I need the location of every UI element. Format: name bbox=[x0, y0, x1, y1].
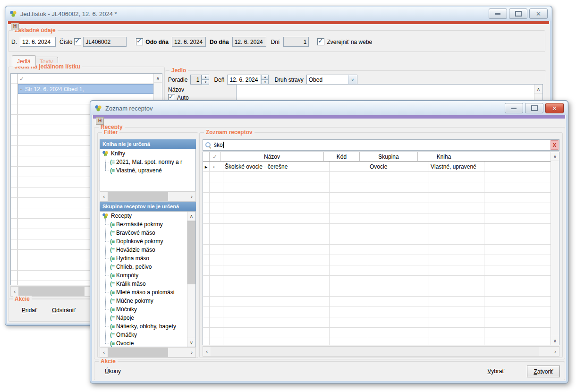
empty-row[interactable] bbox=[203, 255, 551, 265]
empty-row[interactable] bbox=[203, 338, 551, 345]
close-button[interactable]: ✕ bbox=[529, 9, 548, 19]
druh-stravy-combo[interactable]: Obed ∨ bbox=[306, 75, 357, 85]
cislo-input[interactable]: JL406002 bbox=[83, 37, 127, 47]
empty-row[interactable] bbox=[203, 193, 551, 203]
empty-row[interactable] bbox=[203, 213, 551, 224]
hscroll-thumb[interactable] bbox=[108, 192, 168, 201]
scroll-down-icon[interactable]: ∨ bbox=[551, 336, 559, 345]
empty-row[interactable] bbox=[203, 307, 551, 317]
poradie-spinner[interactable]: ▲▼ bbox=[202, 75, 209, 85]
empty-row[interactable] bbox=[203, 265, 551, 276]
scroll-up-icon[interactable]: ∧ bbox=[534, 85, 542, 94]
tree-item-skupina[interactable]: (≡ Nátierky, oblohy, bagety bbox=[100, 322, 195, 331]
skupiny-tree-vscrollbar[interactable]: ∧ ∨ bbox=[187, 212, 195, 347]
column-header-nazov[interactable]: Názov bbox=[220, 152, 324, 161]
chevron-down-icon[interactable]: ∨ bbox=[348, 75, 357, 84]
tree-item-skupina[interactable]: (≡ Ovocie bbox=[100, 339, 195, 347]
scroll-right-icon[interactable]: › bbox=[551, 347, 559, 356]
tree-item-skupina[interactable]: (≡ Hovädzie mäso bbox=[100, 246, 195, 254]
scroll-up-icon[interactable]: ∧ bbox=[154, 74, 162, 83]
column-header-skupina[interactable]: Skupina bbox=[360, 152, 418, 161]
empty-row[interactable] bbox=[203, 224, 551, 234]
cislo-checkbox[interactable] bbox=[74, 38, 81, 45]
odstranit-button[interactable]: Odstrániť bbox=[52, 307, 76, 314]
scroll-up-icon[interactable]: ∧ bbox=[551, 152, 559, 161]
skupina-filter-header[interactable]: Skupina receptov nie je určená bbox=[100, 202, 196, 211]
empty-row[interactable] bbox=[203, 234, 551, 245]
empty-row[interactable] bbox=[203, 297, 551, 307]
pridat-button[interactable]: Pridať bbox=[22, 307, 37, 314]
knihy-tree-root[interactable]: Knihy bbox=[100, 149, 195, 158]
tree-item-skupina[interactable]: (≡ Kompóty bbox=[100, 271, 195, 280]
empty-row[interactable] bbox=[203, 328, 551, 338]
hscroll-thumb[interactable] bbox=[108, 348, 168, 357]
tree-item-skupina[interactable]: (≡ Nápoje bbox=[100, 314, 195, 322]
tree-item-kniha[interactable]: (≡ Vlastné, upravené bbox=[100, 166, 195, 175]
recepty-table-vscrollbar[interactable]: ∧ ∨ bbox=[551, 152, 559, 345]
scroll-left-icon[interactable]: ‹ bbox=[100, 348, 108, 357]
skupiny-tree-hscrollbar[interactable]: ‹ › bbox=[100, 347, 196, 358]
tree-item-skupina[interactable]: (≡ Mleté mäso a polomäsi bbox=[100, 288, 195, 297]
clear-search-icon[interactable]: X bbox=[551, 140, 559, 150]
zoznam-titlebar[interactable]: Zoznam receptov ✕ bbox=[91, 101, 568, 115]
maximize-button[interactable] bbox=[509, 9, 527, 19]
maximize-button[interactable] bbox=[525, 103, 543, 113]
tree-item-kniha[interactable]: (≡ 2021, Mat. spot. normy a r bbox=[100, 158, 195, 166]
tree-item-skupina[interactable]: (≡ Doplnkové pokrmy bbox=[100, 237, 195, 246]
tree-item-skupina[interactable]: (≡ Omáčky bbox=[100, 331, 195, 339]
tree-item-skupina[interactable]: (≡ Múčniky bbox=[100, 305, 195, 314]
empty-row[interactable] bbox=[203, 276, 551, 286]
odo-dna-checkbox[interactable] bbox=[136, 38, 143, 45]
poradie-input[interactable]: 1 bbox=[190, 75, 202, 85]
hscroll-thumb[interactable] bbox=[18, 287, 85, 296]
tree-item-skupina[interactable]: (≡ Múčne pokrmy bbox=[100, 297, 195, 305]
tree-item-skupina[interactable]: (≡ Králik mäso bbox=[100, 280, 195, 288]
scroll-right-icon[interactable]: › bbox=[188, 192, 195, 201]
jedla-selected-row[interactable]: Str 12. 6. 2024 Obed 1, bbox=[11, 84, 154, 94]
recepty-table-hscrollbar[interactable]: ‹ › bbox=[203, 346, 559, 357]
scroll-right-icon[interactable]: › bbox=[188, 348, 195, 357]
search-box[interactable]: ško X bbox=[203, 139, 559, 151]
tree-item-skupina[interactable]: (≡ Hydina mäso bbox=[100, 254, 195, 263]
odo-dna-input[interactable]: 12. 6. 2024 bbox=[172, 37, 206, 47]
scroll-left-icon[interactable]: ‹ bbox=[11, 287, 18, 296]
tree-item-skupina[interactable]: (≡ Bravčové mäso bbox=[100, 229, 195, 237]
table-row[interactable]: Školské ovocie - čerešne Ovocie Vlastné,… bbox=[203, 162, 551, 172]
scroll-up-icon[interactable]: ∧ bbox=[187, 212, 195, 221]
empty-row[interactable] bbox=[203, 245, 551, 255]
jedlistok-titlebar[interactable]: Jed.lístok - JL406002, 12. 6. 2024 * ✕ bbox=[6, 7, 551, 21]
tab-jedla[interactable]: Jedlá bbox=[12, 55, 36, 67]
empty-row[interactable] bbox=[203, 286, 551, 297]
tree-item-skupina[interactable]: (≡ Chlieb, pečivo bbox=[100, 263, 195, 271]
hscroll-thumb[interactable] bbox=[211, 347, 539, 356]
zverejnit-checkbox[interactable] bbox=[317, 38, 324, 45]
scroll-down-icon[interactable]: ∨ bbox=[187, 338, 195, 347]
den-spinner[interactable]: ▲▼ bbox=[261, 75, 269, 85]
tree-item-skupina[interactable]: (≡ Bezmäsité pokrmy bbox=[100, 220, 195, 229]
column-header-kod[interactable]: Kód bbox=[324, 152, 360, 161]
search-input[interactable]: ško bbox=[214, 142, 223, 148]
vybrat-button[interactable]: Vybrať bbox=[488, 368, 504, 375]
empty-row[interactable] bbox=[203, 317, 551, 328]
zatvorit-button[interactable]: Zatvoriť bbox=[527, 366, 560, 377]
den-input[interactable]: 12. 6. 2024 bbox=[227, 75, 261, 85]
h-chip[interactable]: H bbox=[11, 23, 19, 30]
do-dna-input[interactable]: 12. 6. 2024 bbox=[232, 37, 266, 47]
empty-row[interactable] bbox=[203, 172, 551, 182]
close-button[interactable]: ✕ bbox=[545, 103, 564, 113]
scroll-left-icon[interactable]: ‹ bbox=[203, 347, 211, 356]
datum-input[interactable]: 12. 6. 2024 bbox=[20, 37, 56, 47]
scroll-left-icon[interactable]: ‹ bbox=[100, 192, 108, 201]
skupiny-tree-root[interactable]: Recepty bbox=[100, 212, 195, 220]
kniha-filter-header[interactable]: Kniha nie je určená bbox=[100, 139, 196, 149]
dni-input[interactable]: 1 bbox=[283, 37, 309, 47]
minimize-button[interactable] bbox=[505, 103, 523, 113]
check-column-header[interactable] bbox=[210, 152, 220, 161]
column-header-kniha[interactable]: Kniha bbox=[418, 152, 470, 161]
ukony-button[interactable]: Úkony bbox=[105, 368, 121, 375]
empty-row[interactable] bbox=[203, 203, 551, 213]
minimize-button[interactable] bbox=[489, 9, 507, 19]
h-chip[interactable]: H bbox=[96, 117, 104, 125]
vscroll-thumb[interactable] bbox=[187, 221, 195, 284]
knihy-tree-hscrollbar[interactable]: ‹ › bbox=[100, 191, 196, 202]
